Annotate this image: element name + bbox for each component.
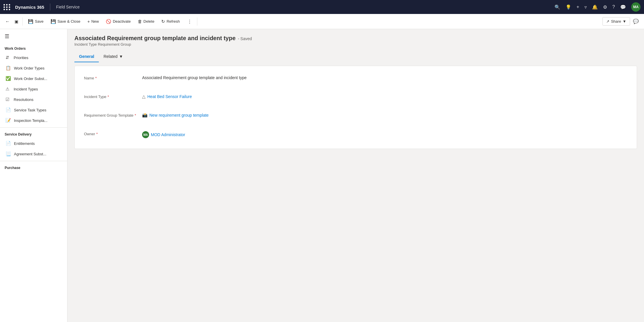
deactivate-icon: 🚫: [106, 19, 111, 24]
delete-icon: 🗑: [138, 19, 142, 24]
help-icon[interactable]: ?: [612, 4, 615, 10]
form-tabs: General Related ▼: [74, 51, 637, 62]
priorities-icon: ⇵: [6, 55, 11, 60]
chat-bubble-icon: 💬: [633, 19, 639, 24]
warning-triangle-icon: △: [142, 94, 146, 99]
incident-type-label: Incident Type *: [84, 93, 142, 99]
settings-icon[interactable]: ⚙: [603, 4, 607, 10]
sidebar-section-service-delivery: Service Delivery: [0, 129, 67, 138]
owner-required: *: [96, 132, 98, 136]
cmd-sep-2: [197, 17, 197, 26]
owner-label: Owner *: [84, 130, 142, 136]
add-icon[interactable]: +: [577, 4, 579, 10]
record-header: Associated Requirement group template an…: [74, 35, 637, 47]
save-close-button[interactable]: 💾 Save & Close: [48, 17, 83, 26]
chat-record-button[interactable]: 💬: [631, 17, 641, 26]
agreement-subst-icon: 📃: [6, 151, 11, 156]
topbar-separator: [50, 3, 50, 10]
incident-types-icon: ⚠: [6, 86, 11, 92]
chat-icon[interactable]: 💬: [620, 4, 626, 10]
save-icon: 💾: [28, 19, 33, 24]
save-button[interactable]: 💾 Save: [25, 17, 46, 26]
owner-field-row: Owner * MA MOD Administrator: [84, 130, 627, 140]
sidebar-item-service-task-types[interactable]: 📄 Service Task Types: [0, 105, 67, 115]
requirement-group-field-row: Requirement Group Template * 📸 New requi…: [84, 111, 627, 122]
deactivate-button[interactable]: 🚫 Deactivate: [103, 17, 133, 26]
record-subtitle: Incident Type Requirement Group: [74, 42, 637, 47]
more-button[interactable]: ⋮: [185, 17, 195, 26]
content-area: Associated Requirement group template an…: [67, 29, 644, 322]
hamburger-menu-button[interactable]: ☰: [0, 29, 67, 44]
topbar: Dynamics 365 Field Service 🔍 💡 + ▿ 🔔 ⚙ ?…: [0, 0, 644, 14]
requirement-group-value: 📸 New requirement group template: [142, 111, 627, 118]
sidebar: ☰ Work Orders ⇵ Priorities 📋 Work Order …: [0, 29, 67, 322]
record-title-row: Associated Requirement group template an…: [74, 35, 637, 42]
user-avatar[interactable]: MA: [631, 2, 641, 12]
share-button[interactable]: ↗ Share ▼: [602, 17, 630, 26]
sidebar-item-entitlements[interactable]: 📄 Entitlements: [0, 138, 67, 149]
sidebar-item-work-order-subst[interactable]: ✅ Work Order Subst...: [0, 73, 67, 84]
service-task-types-icon: 📄: [6, 107, 11, 113]
share-icon: ↗: [606, 19, 609, 24]
sidebar-section-work-orders: Work Orders: [0, 44, 67, 52]
incident-type-link[interactable]: △ Heat Bed Sensor Failure: [142, 94, 627, 99]
refresh-button[interactable]: ↻ Refresh: [158, 17, 183, 26]
incident-type-required: *: [108, 95, 109, 99]
entitlements-icon: 📄: [6, 141, 11, 146]
app-title: Dynamics 365: [15, 5, 44, 10]
form-card: Name * Associated Requirement group temp…: [74, 66, 637, 149]
record-saved-status: - Saved: [238, 36, 252, 41]
inspection-templates-icon: 📝: [6, 118, 11, 123]
sidebar-divider-1: [0, 127, 67, 128]
sidebar-section-purchase: Purchase: [0, 163, 67, 172]
name-required: *: [95, 76, 97, 80]
requirement-group-label: Requirement Group Template *: [84, 111, 142, 118]
sidebar-item-priorities[interactable]: ⇵ Priorities: [0, 52, 67, 63]
incident-type-value: △ Heat Bed Sensor Failure: [142, 93, 627, 99]
module-title: Field Service: [56, 5, 80, 9]
topbar-actions: 🔍 💡 + ▿ 🔔 ⚙ ? 💬 MA: [554, 2, 641, 12]
tab-related[interactable]: Related ▼: [99, 51, 128, 62]
sidebar-item-incident-types[interactable]: ⚠ Incident Types: [0, 84, 67, 94]
new-icon: +: [87, 19, 90, 24]
refresh-icon: ↻: [161, 19, 165, 24]
back-button[interactable]: ←: [3, 17, 12, 26]
work-order-types-icon: 📋: [6, 65, 11, 71]
search-icon[interactable]: 🔍: [554, 4, 560, 10]
lightbulb-icon[interactable]: 💡: [566, 4, 571, 10]
name-value: Associated Requirement group template an…: [142, 74, 627, 80]
owner-avatar: MA: [142, 131, 149, 138]
filter-icon[interactable]: ▿: [584, 4, 587, 10]
name-field-row: Name * Associated Requirement group temp…: [84, 74, 627, 85]
app-launcher-icon[interactable]: [3, 4, 10, 10]
sidebar-item-work-order-types[interactable]: 📋 Work Order Types: [0, 63, 67, 73]
notification-icon[interactable]: 🔔: [592, 4, 598, 10]
cmd-sep-1: [22, 17, 23, 26]
sidebar-item-resolutions[interactable]: ☑ Resolutions: [0, 94, 67, 105]
share-chevron-icon: ▼: [622, 19, 626, 24]
tab-general[interactable]: General: [74, 51, 99, 62]
expand-button[interactable]: ▣: [13, 17, 20, 26]
main-layout: ☰ Work Orders ⇵ Priorities 📋 Work Order …: [0, 29, 644, 322]
delete-button[interactable]: 🗑 Delete: [135, 17, 158, 26]
commandbar: ← ▣ 💾 Save 💾 Save & Close + New 🚫 Deacti…: [0, 14, 644, 29]
work-order-subst-icon: ✅: [6, 76, 11, 81]
sidebar-divider-2: [0, 161, 67, 161]
incident-type-field-row: Incident Type * △ Heat Bed Sensor Failur…: [84, 93, 627, 103]
save-close-icon: 💾: [51, 19, 56, 24]
owner-value: MA MOD Administrator: [142, 130, 627, 138]
template-icon: 📸: [142, 113, 148, 118]
owner-link[interactable]: MA MOD Administrator: [142, 131, 627, 138]
record-title: Associated Requirement group template an…: [74, 35, 236, 42]
related-chevron-icon: ▼: [119, 54, 123, 59]
requirement-group-required: *: [135, 113, 136, 118]
sidebar-item-agreement-subst[interactable]: 📃 Agreement Subst...: [0, 149, 67, 159]
more-icon: ⋮: [187, 19, 192, 24]
sidebar-item-inspection-templates[interactable]: 📝 Inspection Templa...: [0, 115, 67, 126]
requirement-group-link[interactable]: 📸 New requirement group template: [142, 113, 627, 118]
name-label: Name *: [84, 74, 142, 80]
resolutions-icon: ☑: [6, 97, 11, 102]
new-button[interactable]: + New: [84, 17, 102, 26]
